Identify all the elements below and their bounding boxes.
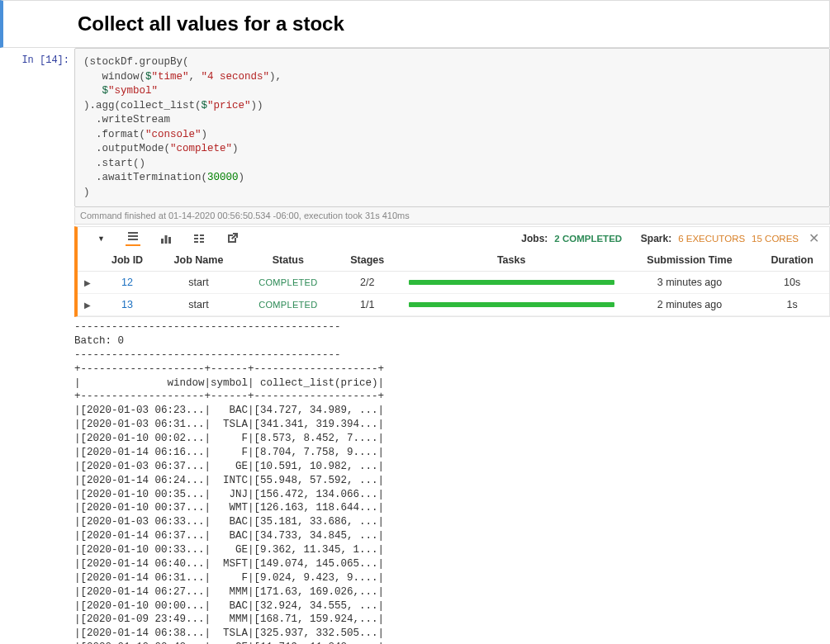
svg-rect-4 — [165, 235, 168, 244]
table-view-icon[interactable] — [192, 231, 206, 246]
table-row: ▶13startCOMPLETED1/12 minutes ago1s — [78, 294, 829, 316]
section-title: Collect all values for a stock — [78, 12, 816, 36]
spark-job-panel: Jobs: 2 COMPLETED Spark: 6 EXECUTORS 15 … — [74, 226, 830, 317]
console-output: ----------------------------------------… — [74, 320, 830, 644]
svg-rect-3 — [161, 239, 164, 244]
job-status: COMPLETED — [240, 272, 336, 294]
bar-chart-icon[interactable] — [159, 231, 173, 246]
job-duration: 10s — [755, 272, 829, 294]
code-cell: In [14]: (stockDf.groupBy( window($"time… — [0, 48, 830, 644]
job-name: start — [157, 272, 240, 294]
job-id[interactable]: 12 — [97, 272, 157, 294]
jobs-table: Job IDJob NameStatusStagesTasksSubmissio… — [78, 249, 829, 316]
jobs-label: Jobs: — [521, 233, 548, 244]
job-stages: 2/2 — [336, 272, 399, 294]
job-tasks — [399, 294, 624, 316]
svg-rect-5 — [168, 237, 171, 244]
job-status: COMPLETED — [240, 294, 336, 316]
column-header[interactable]: Job ID — [97, 249, 157, 272]
job-stages: 1/1 — [336, 294, 399, 316]
svg-rect-10 — [194, 241, 198, 243]
column-header[interactable]: Submission Time — [624, 249, 756, 272]
executors-count: 6 EXECUTORS — [678, 234, 745, 244]
expand-row-icon[interactable]: ▶ — [78, 272, 97, 294]
column-header[interactable]: Stages — [336, 249, 399, 272]
job-submission: 3 minutes ago — [624, 272, 756, 294]
job-toolbar: Jobs: 2 COMPLETED Spark: 6 EXECUTORS 15 … — [78, 227, 829, 246]
job-submission: 2 minutes ago — [624, 294, 756, 316]
svg-rect-9 — [200, 238, 204, 239]
column-header[interactable]: Tasks — [399, 249, 624, 272]
column-header[interactable]: Duration — [755, 249, 829, 272]
svg-rect-0 — [128, 232, 138, 234]
close-icon[interactable]: ✕ — [805, 230, 823, 246]
job-tasks — [399, 272, 624, 294]
expand-row-icon[interactable]: ▶ — [78, 294, 97, 316]
table-row: ▶12startCOMPLETED2/23 minutes ago10s — [78, 272, 829, 294]
svg-rect-11 — [200, 241, 204, 243]
column-header[interactable]: Job Name — [157, 249, 240, 272]
svg-rect-7 — [200, 234, 204, 236]
code-editor[interactable]: (stockDf.groupBy( window($"time", "4 sec… — [74, 48, 830, 207]
svg-rect-6 — [194, 234, 198, 236]
svg-rect-2 — [128, 239, 138, 240]
exec-status: Command finished at 01-14-2020 00:56:50.… — [74, 207, 830, 225]
column-header[interactable]: Status — [240, 249, 336, 272]
jobs-completed-count: 2 COMPLETED — [554, 234, 622, 244]
popout-icon[interactable] — [225, 231, 240, 246]
cores-count: 15 CORES — [752, 234, 799, 244]
svg-rect-8 — [194, 238, 198, 239]
spark-label: Spark: — [641, 233, 671, 244]
list-view-icon[interactable] — [126, 231, 140, 246]
expand-toggle-icon[interactable] — [92, 231, 107, 246]
job-id[interactable]: 13 — [97, 294, 157, 316]
svg-rect-1 — [128, 235, 138, 237]
cell-prompt: In [14]: — [0, 48, 74, 66]
job-name: start — [157, 294, 240, 316]
job-duration: 1s — [755, 294, 829, 316]
markdown-cell: Collect all values for a stock — [0, 0, 830, 48]
